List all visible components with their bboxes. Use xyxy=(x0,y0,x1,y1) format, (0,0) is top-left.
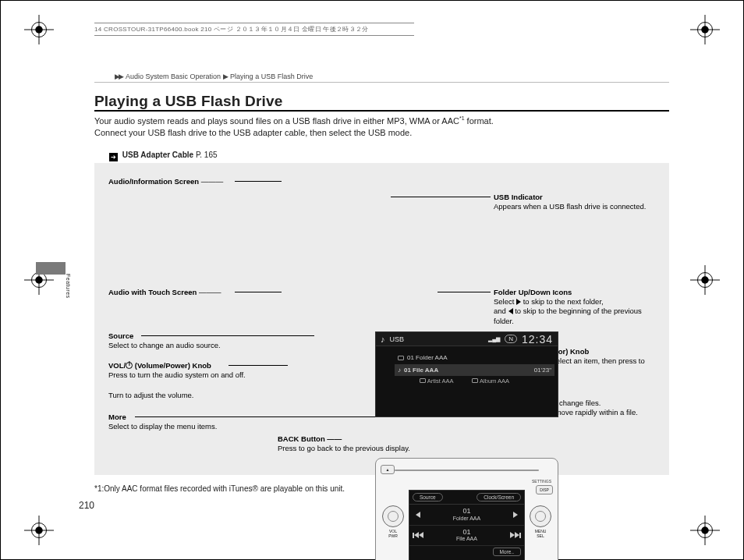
label-source: Source xyxy=(108,331,133,340)
registration-mark-icon xyxy=(690,265,720,295)
ai-artist: Artist AAA xyxy=(427,377,454,385)
folder-prev-icon[interactable] xyxy=(413,511,423,519)
leader-line xyxy=(235,292,282,292)
title-rule xyxy=(94,110,669,112)
skip-back-button[interactable] xyxy=(413,531,423,539)
eject-button[interactable]: ▲ xyxy=(381,465,395,474)
touch-screen[interactable]: Source Clock/Screen 01Folder AAA 01File … xyxy=(409,490,525,560)
svg-point-7 xyxy=(701,26,709,34)
artist-icon xyxy=(420,378,426,383)
label-more: More xyxy=(108,413,126,421)
settings-label: SETTINGS xyxy=(532,479,551,484)
leader-line xyxy=(229,365,288,366)
breadcrumb-seg1: Audio System Basic Operation xyxy=(126,73,221,80)
leader-line xyxy=(391,197,491,197)
power-icon xyxy=(126,362,133,369)
page-title: Playing a USB Flash Drive xyxy=(94,93,283,110)
breadcrumb-arrows-icon: ▶▶ xyxy=(115,73,122,80)
label-audio-info: Audio/Information Screen ——— xyxy=(108,177,223,186)
music-note-icon: ♪ xyxy=(381,335,385,344)
ai-duration: 01'23" xyxy=(534,365,551,376)
ref-label: USB Adapter Cable xyxy=(122,151,193,159)
disc-slot xyxy=(395,470,539,471)
folder-icon xyxy=(398,356,404,360)
intro-line1b: format. xyxy=(465,116,494,126)
svg-point-23 xyxy=(701,276,709,284)
label-audio-touch: Audio with Touch Screen ——— xyxy=(108,288,221,296)
leader-line xyxy=(235,181,282,182)
ref-page: P. 165 xyxy=(196,151,218,159)
desc-folder-icons: Select to skip to the next folder, and t… xyxy=(494,297,650,326)
label-vol-knob: VOL/ (Volume/Power) Knob xyxy=(108,361,211,370)
skip-fwd-button[interactable] xyxy=(510,531,521,539)
breadcrumb-rule xyxy=(94,82,669,83)
breadcrumb-sep-icon: ▶ xyxy=(223,73,229,80)
desc-more: Select to display the menu items. xyxy=(108,422,217,431)
file-num: 01 xyxy=(462,528,470,536)
desc-source: Select to change an audio source. xyxy=(108,341,221,350)
leader-line xyxy=(141,335,314,336)
clock-readout: 12:34 xyxy=(522,333,553,346)
label-back: BACK Button —— xyxy=(278,434,342,443)
svg-point-19 xyxy=(35,276,43,284)
intro-line2: Connect your USB flash drive to the USB … xyxy=(94,128,412,137)
registration-mark-icon xyxy=(24,516,54,545)
ai-album: Album AAA xyxy=(480,377,509,385)
registration-mark-icon xyxy=(690,15,720,44)
source-button[interactable]: Source xyxy=(413,493,443,502)
folder-name: Folder AAA xyxy=(453,516,480,521)
intro-sup: *1 xyxy=(459,115,465,121)
breadcrumb-seg2: Playing a USB Flash Drive xyxy=(230,73,313,80)
desc-back: Press to go back to the previous display… xyxy=(278,444,410,453)
volume-power-knob[interactable] xyxy=(382,505,404,527)
svg-point-3 xyxy=(35,26,43,34)
section-tab xyxy=(36,262,66,275)
registration-mark-icon xyxy=(24,15,54,44)
breadcrumb: ▶▶ Audio System Basic Operation ▶ Playin… xyxy=(115,73,313,80)
vol-knob-label: VOLPWR xyxy=(382,529,404,538)
intro-text: Your audio system reads and plays sound … xyxy=(94,115,593,138)
more-button[interactable]: More.. xyxy=(493,548,521,556)
cross-reference: ➔ USB Adapter Cable P. 165 xyxy=(109,151,218,161)
disp-button[interactable]: DISP xyxy=(536,485,553,494)
folder-next-icon[interactable] xyxy=(510,511,521,519)
usb-label: USB xyxy=(390,335,405,343)
label-folder-icons: Folder Up/Down Icons xyxy=(494,288,572,296)
ai-file: 01 File AAA xyxy=(404,365,438,376)
diagram-area: Audio/Information Screen ——— Audio with … xyxy=(94,163,669,475)
footnote: *1:Only AAC format files recorded with i… xyxy=(94,484,345,493)
manual-page: 14 CROSSTOUR-31TP66400.book 210 ページ ２０１３… xyxy=(0,0,744,560)
page-number: 210 xyxy=(79,500,94,511)
intro-line1a: Your audio system reads and plays sound … xyxy=(94,116,459,126)
label-usb-ind: USB Indicator xyxy=(494,193,543,201)
menu-sel-knob[interactable] xyxy=(530,505,551,527)
link-arrow-icon: ➔ xyxy=(109,153,118,161)
stereo-unit: ▲ SETTINGS DISP BACK VOLPWR MENUSEL Sour… xyxy=(375,458,558,560)
svg-point-11 xyxy=(35,526,43,534)
book-meta-line: 14 CROSSTOUR-31TP66400.book 210 ページ ２０１３… xyxy=(94,23,414,36)
leader-line xyxy=(438,292,491,292)
menu-knob-label: MENUSEL xyxy=(530,529,551,538)
file-icon: ♪ xyxy=(398,365,401,376)
desc-vol1: Press to turn the audio system on and of… xyxy=(108,370,246,380)
section-label: Features xyxy=(66,274,71,299)
ai-folder: 01 Folder AAA xyxy=(407,353,448,363)
album-icon xyxy=(472,378,478,383)
registration-mark-icon xyxy=(690,516,720,545)
signal-icon: ▂▄▆ xyxy=(488,336,500,342)
desc-usb-ind: Appears when a USB flash drive is connec… xyxy=(494,202,646,211)
folder-num: 01 xyxy=(462,507,470,515)
clock-screen-button[interactable]: Clock/Screen xyxy=(477,493,521,502)
gear-badge: N xyxy=(505,335,517,343)
svg-point-15 xyxy=(701,526,709,534)
file-name: File AAA xyxy=(456,536,477,541)
audio-info-screen: ♪ USB ▂▄▆ N 12:34 01 Folder AAA ♪ 01 Fil… xyxy=(375,331,558,417)
desc-vol2: Turn to adjust the volume. xyxy=(108,391,193,400)
